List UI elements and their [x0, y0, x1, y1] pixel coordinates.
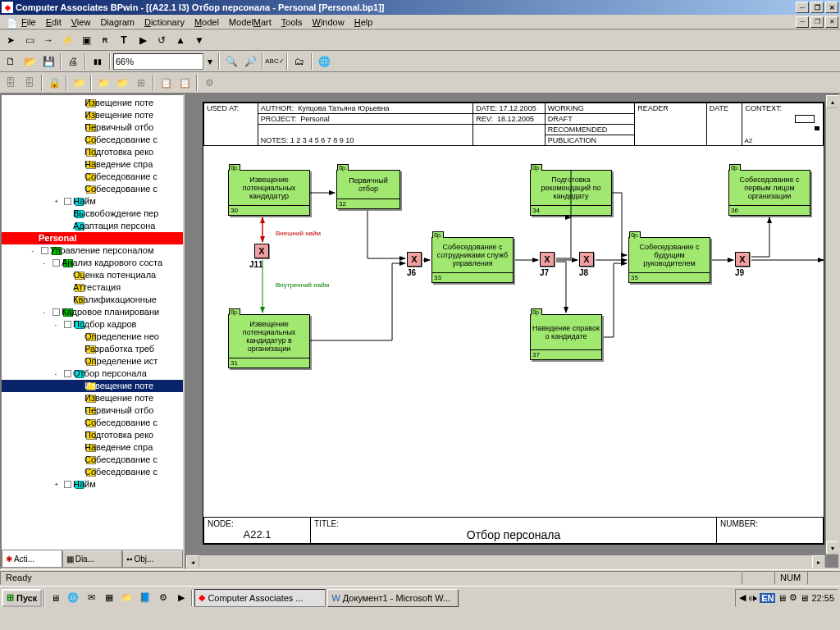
- help-button[interactable]: 🌐: [315, 52, 333, 71]
- tab-diagrams[interactable]: ▦Dia...: [62, 550, 123, 568]
- tree-node[interactable]: Высвобождение пер: [2, 208, 183, 220]
- tree-node[interactable]: Разработка треб: [2, 343, 183, 355]
- tree-node[interactable]: Извещение поте: [2, 97, 183, 109]
- ql-app2[interactable]: 📁: [119, 590, 135, 606]
- menu-dictionary[interactable]: Dictionary: [139, 16, 189, 29]
- tree-node[interactable]: Собеседование с: [2, 417, 183, 429]
- tree-node[interactable]: Извещение поте: [2, 380, 183, 392]
- down-tool[interactable]: ▼: [190, 31, 208, 49]
- new-button[interactable]: 🗋: [2, 52, 20, 71]
- mm-btn5: 📁: [113, 74, 131, 92]
- tree-view[interactable]: Извещение потеИзвещение потеПервичный от…: [2, 95, 183, 550]
- tree-node[interactable]: Наведение спра: [2, 441, 183, 454]
- menu-window[interactable]: Window: [308, 16, 349, 29]
- tree-node[interactable]: Первичный отбо: [2, 121, 183, 134]
- tray-icon-4[interactable]: ⚙: [789, 592, 797, 603]
- tree-node[interactable]: Квалификационные: [2, 294, 183, 306]
- tree-node[interactable]: Собеседование с: [2, 134, 183, 146]
- tray-clock[interactable]: 22:55: [811, 593, 834, 603]
- tree-node[interactable]: -Управление персоналом: [2, 244, 183, 257]
- tree-node[interactable]: Наведение спра: [2, 158, 183, 171]
- save-button[interactable]: 💾: [39, 52, 57, 71]
- menu-view[interactable]: View: [66, 16, 96, 29]
- tray-icon-5[interactable]: 🖥: [800, 593, 809, 603]
- menu-model[interactable]: Model: [189, 16, 224, 29]
- external-ref-tool[interactable]: ▣: [77, 31, 95, 49]
- menu-help[interactable]: Help: [349, 16, 378, 29]
- tray-icon-1[interactable]: ◀: [739, 592, 746, 603]
- tree-node[interactable]: Оценка потенциала: [2, 269, 183, 281]
- tree-node[interactable]: Собеседование с: [2, 183, 183, 195]
- menu-modelmart[interactable]: ModelMart: [224, 16, 276, 29]
- maximize-button[interactable]: ❐: [810, 2, 824, 13]
- tree-node[interactable]: Подготовка реко: [2, 146, 183, 158]
- diagram-canvas[interactable]: USED AT: AUTHOR: Купцова Татьяна Юрьевна…: [185, 94, 840, 569]
- tray-icon-2[interactable]: 🕪: [748, 593, 757, 603]
- tree-node[interactable]: -Кадровое планировани: [2, 306, 183, 318]
- ql-app5[interactable]: ▶: [173, 590, 189, 606]
- mdi-minimize[interactable]: ─: [796, 16, 809, 28]
- menu-tools[interactable]: Tools: [276, 16, 308, 29]
- arrow-tool[interactable]: →: [39, 31, 57, 49]
- ql-oe[interactable]: ✉: [83, 590, 99, 606]
- zoom-in-button[interactable]: 🔍: [222, 52, 240, 71]
- tray-icon-3[interactable]: 🖥: [778, 593, 787, 603]
- close-button[interactable]: ✕: [825, 2, 838, 13]
- start-button[interactable]: ⊞Пуск: [2, 589, 42, 607]
- system-tray[interactable]: ◀ 🕪 EN 🖥 ⚙ 🖥 22:55: [735, 589, 838, 607]
- go-parent-tool[interactable]: ↺: [153, 31, 171, 49]
- report-button[interactable]: ▮▮: [89, 52, 107, 71]
- tree-node[interactable]: Собеседование с: [2, 171, 183, 183]
- tree-node[interactable]: Аттестация: [2, 281, 183, 294]
- menu-file[interactable]: File: [16, 16, 41, 29]
- mdi-close[interactable]: ✕: [825, 16, 838, 28]
- activity-tool[interactable]: ▭: [21, 31, 39, 49]
- tree-node[interactable]: Извещение поте: [2, 109, 183, 121]
- tree-node[interactable]: Собеседование с: [2, 466, 183, 478]
- tree-node[interactable]: Определение нео: [2, 331, 183, 343]
- ql-desktop[interactable]: 🖥: [47, 590, 63, 606]
- tree-node[interactable]: +Найм: [2, 195, 183, 208]
- ql-app3[interactable]: 📘: [137, 590, 153, 606]
- pointer-tool[interactable]: ➤: [2, 31, 20, 49]
- tree-node[interactable]: -Отбор персонала: [2, 368, 183, 380]
- go-child-tool[interactable]: ▶: [134, 31, 152, 49]
- tab-objects[interactable]: ▪▪Obj...: [122, 550, 183, 568]
- text-tool[interactable]: T: [115, 31, 133, 49]
- tree-node[interactable]: -Анализ кадрового соста: [2, 257, 183, 269]
- tree-node[interactable]: Первичный отбо: [2, 404, 183, 417]
- zoom-out-button[interactable]: 🔎: [241, 52, 259, 71]
- open-button[interactable]: 📂: [21, 52, 39, 71]
- print-button[interactable]: 🖨: [64, 52, 82, 71]
- menu-diagram[interactable]: Diagram: [95, 16, 139, 29]
- zoom-select[interactable]: [113, 53, 203, 70]
- zoom-dropdown[interactable]: ▾: [204, 52, 216, 71]
- tree-tabs: ✱Acti... ▦Dia... ▪▪Obj...: [2, 550, 183, 568]
- spellcheck-button[interactable]: ABC✓: [266, 52, 284, 71]
- referent-tool[interactable]: R: [96, 31, 114, 49]
- ql-app1[interactable]: ▦: [101, 590, 117, 606]
- ql-ie[interactable]: 🌐: [65, 590, 81, 606]
- tree-node[interactable]: Подготовка реко: [2, 429, 183, 441]
- mm-btn1: 🗄: [2, 74, 20, 92]
- tree-node[interactable]: Адаптация персона: [2, 220, 183, 232]
- tree-node[interactable]: Собеседование с: [2, 454, 183, 466]
- tree-node[interactable]: -Подбор кадров: [2, 318, 183, 331]
- model-explorer-button[interactable]: 🗂: [290, 52, 308, 71]
- vscroll[interactable]: ▴▾: [825, 95, 838, 555]
- tray-lang[interactable]: EN: [760, 593, 775, 603]
- menu-edit[interactable]: Edit: [41, 16, 66, 29]
- tree-node[interactable]: +Найм: [2, 478, 183, 491]
- task-word[interactable]: WДокумент1 - Microsoft W...: [327, 589, 459, 607]
- tab-activities[interactable]: ✱Acti...: [2, 550, 62, 568]
- mdi-restore[interactable]: ❐: [810, 16, 824, 28]
- tree-node[interactable]: Извещение поте: [2, 392, 183, 404]
- hscroll[interactable]: ◂▸: [186, 555, 825, 568]
- minimize-button[interactable]: ─: [796, 2, 809, 13]
- up-tool[interactable]: ▲: [171, 31, 189, 49]
- tree-node[interactable]: Определение ист: [2, 355, 183, 368]
- task-bpwin[interactable]: ◆Computer Associates ...: [194, 589, 326, 607]
- squiggle-tool[interactable]: ⚡: [58, 31, 76, 49]
- tree-node[interactable]: Personal: [2, 232, 183, 244]
- ql-app4[interactable]: ⚙: [155, 590, 171, 606]
